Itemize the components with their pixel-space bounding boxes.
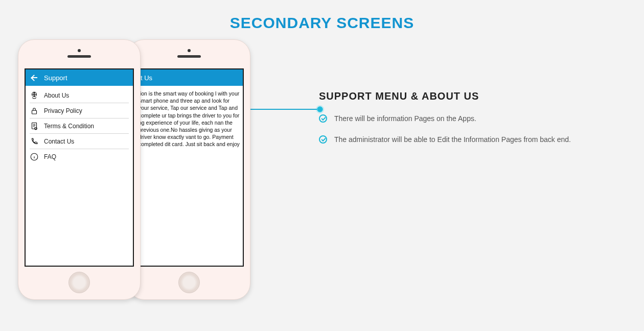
connector-line: [243, 109, 317, 110]
support-menu: About Us Privacy Policy Terms & Conditio…: [26, 86, 133, 164]
menu-item-label: Contact Us: [44, 138, 74, 145]
phone-icon: [30, 137, 39, 146]
menu-item-label: Terms & Condition: [44, 123, 94, 130]
phone-front-screen: Support About Us Privacy Policy: [25, 68, 134, 267]
menu-item-label: About Us: [44, 92, 69, 99]
phone-mockup-back: t Us tion is the smart way of booking l …: [128, 39, 250, 300]
menu-item-about-us[interactable]: About Us: [30, 88, 129, 103]
details-panel: SUPPORT MENU & ABOUT US There will be in…: [319, 90, 605, 155]
appbar-back-title: t Us: [141, 74, 152, 82]
hero-title: SECONDARY SCREENS: [0, 0, 644, 32]
feature-list: There will be information Pages on the A…: [319, 113, 605, 145]
info-icon: [30, 152, 39, 161]
camera-dot-icon: [78, 49, 81, 52]
feature-text: There will be information Pages on the A…: [334, 113, 476, 124]
stage: SUPPORT MENU & ABOUT US There will be in…: [0, 39, 644, 325]
check-icon: [319, 135, 327, 144]
svg-rect-1: [32, 110, 37, 114]
menu-item-label: FAQ: [44, 153, 56, 160]
globe-hand-icon: [30, 91, 39, 100]
camera-dot-icon: [188, 49, 191, 52]
earpiece-icon: [67, 55, 91, 58]
svg-rect-2: [32, 123, 37, 129]
back-arrow-icon[interactable]: [31, 74, 38, 81]
menu-item-faq[interactable]: FAQ: [30, 149, 129, 164]
appbar-front-title: Support: [44, 74, 67, 82]
feature-item: There will be information Pages on the A…: [319, 113, 605, 124]
appbar-back: t Us: [135, 69, 243, 86]
menu-item-terms[interactable]: Terms & Condition: [30, 119, 129, 134]
appbar-front: Support: [26, 69, 133, 86]
phone-back-screen: t Us tion is the smart way of booking l …: [134, 68, 244, 267]
check-icon: [319, 114, 327, 123]
home-button-icon: [178, 272, 200, 293]
phone-mockup-front: Support About Us Privacy Policy: [18, 39, 141, 300]
menu-item-contact[interactable]: Contact Us: [30, 134, 129, 149]
lock-icon: [30, 106, 39, 115]
menu-item-label: Privacy Policy: [44, 107, 82, 114]
menu-item-privacy[interactable]: Privacy Policy: [30, 103, 129, 119]
feature-text: The administrator will be able to Edit t…: [334, 134, 571, 145]
earpiece-icon: [177, 55, 201, 58]
details-heading: SUPPORT MENU & ABOUT US: [319, 90, 605, 102]
home-button-icon: [68, 272, 90, 293]
feature-item: The administrator will be able to Edit t…: [319, 134, 605, 145]
document-icon: [30, 122, 39, 131]
about-body-text: tion is the smart way of booking l with …: [135, 86, 243, 148]
